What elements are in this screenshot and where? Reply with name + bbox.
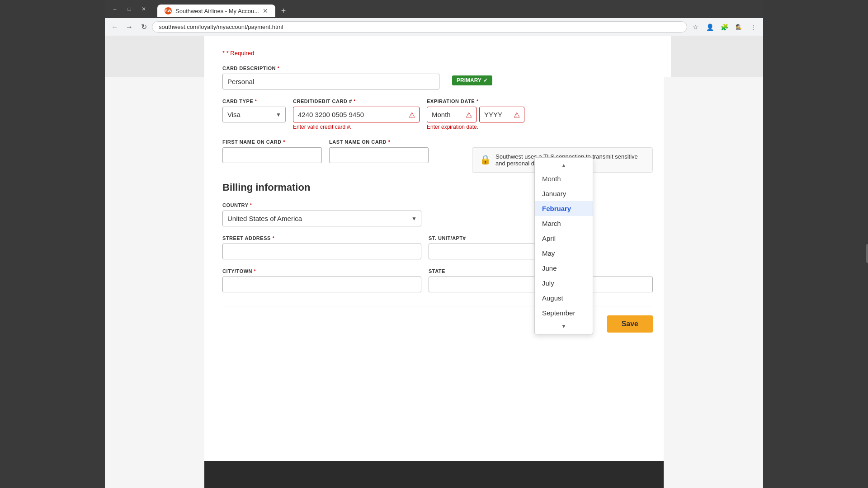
menu-icon[interactable]: ⋮ bbox=[747, 21, 760, 33]
profile-icon[interactable]: 👤 bbox=[703, 21, 716, 33]
expiry-group: EXPIRATION DATE * ⚠ ⚠ Enter expira bbox=[427, 99, 524, 130]
tab-close-button[interactable]: ✕ bbox=[263, 7, 268, 14]
expiry-error: Enter expiration date. bbox=[427, 124, 524, 130]
dropdown-item-month[interactable]: Month bbox=[535, 171, 593, 186]
card-type-select-wrapper: Visa Mastercard Amex ▼ bbox=[222, 107, 286, 122]
country-group: COUNTRY * United States of America Canad… bbox=[222, 202, 421, 226]
browser-titlebar: – □ ✕ SW Southwest Airlines - My Accou..… bbox=[105, 0, 763, 18]
dropdown-scroll-up[interactable]: ▲ bbox=[535, 160, 593, 171]
credit-card-input-wrapper: ⚠ bbox=[293, 107, 420, 122]
toolbar-icons: ☆ 👤 🧩 🕵 ⋮ bbox=[689, 21, 760, 33]
country-select-wrapper: United States of America Canada ▼ bbox=[222, 211, 421, 226]
maximize-button[interactable]: □ bbox=[123, 3, 136, 15]
checkmark-icon: ✓ bbox=[483, 77, 488, 84]
last-name-input[interactable] bbox=[329, 147, 429, 163]
tab-favicon: SW bbox=[165, 7, 172, 14]
page-area: * * Required CARD DESCRIPTION * PRIMARY … bbox=[105, 36, 763, 461]
browser-toolbar: ← → ↻ southwest.com/loyalty/myaccount/pa… bbox=[105, 18, 763, 36]
expiry-inputs: ⚠ ⚠ bbox=[427, 107, 524, 122]
required-star: * bbox=[222, 50, 225, 56]
forward-button[interactable]: → bbox=[123, 21, 136, 33]
first-name-label: FIRST NAME ON CARD * bbox=[222, 139, 322, 145]
last-name-group: LAST NAME ON CARD * bbox=[329, 139, 429, 163]
card-type-group: CARD TYPE * Visa Mastercard Amex ▼ bbox=[222, 99, 286, 122]
street-label: STREET ADDRESS * bbox=[222, 235, 421, 241]
primary-badge: PRIMARY ✓ bbox=[452, 75, 492, 85]
extensions-icon[interactable]: 🧩 bbox=[718, 21, 731, 33]
card-description-input[interactable] bbox=[222, 74, 439, 89]
active-tab[interactable]: SW Southwest Airlines - My Accou... ✕ bbox=[157, 5, 275, 17]
card-description-group: CARD DESCRIPTION * bbox=[222, 66, 439, 89]
street-address-input[interactable] bbox=[222, 244, 421, 259]
dropdown-scroll-down[interactable]: ▼ bbox=[535, 320, 593, 332]
last-name-label: LAST NAME ON CARD * bbox=[329, 139, 429, 145]
first-name-input[interactable] bbox=[222, 147, 322, 163]
dropdown-item-august[interactable]: August bbox=[535, 291, 593, 305]
new-tab-button[interactable]: + bbox=[277, 5, 290, 17]
city-group: CITY/TOWN * bbox=[222, 268, 421, 292]
credit-card-input[interactable] bbox=[293, 107, 420, 122]
left-sidebar bbox=[105, 77, 204, 488]
credit-card-error: Enter valid credit card #. bbox=[293, 124, 420, 130]
required-note: * * Required bbox=[222, 50, 653, 56]
dropdown-item-may[interactable]: May bbox=[535, 246, 593, 261]
expiry-year-wrapper: ⚠ bbox=[479, 107, 524, 122]
close-button[interactable]: ✕ bbox=[137, 3, 150, 15]
dropdown-item-february[interactable]: February bbox=[535, 201, 593, 216]
expiry-year-input[interactable] bbox=[479, 107, 524, 122]
save-button[interactable]: Save bbox=[607, 315, 653, 333]
right-sidebar bbox=[664, 77, 763, 488]
expiry-label: EXPIRATION DATE * bbox=[427, 99, 524, 104]
first-name-group: FIRST NAME ON CARD * bbox=[222, 139, 322, 163]
country-label: COUNTRY * bbox=[222, 202, 421, 208]
card-type-label: CARD TYPE * bbox=[222, 99, 286, 104]
city-label: CITY/TOWN * bbox=[222, 268, 421, 274]
credit-card-group: CREDIT/DEBIT CARD # * ⚠ Enter valid cred… bbox=[293, 99, 420, 130]
card-description-label: CARD DESCRIPTION * bbox=[222, 66, 439, 71]
minimize-button[interactable]: – bbox=[108, 3, 121, 15]
dropdown-item-september[interactable]: September bbox=[535, 305, 593, 320]
expiry-month-wrapper: ⚠ bbox=[427, 107, 476, 122]
city-input[interactable] bbox=[222, 277, 421, 292]
url-text: southwest.com/loyalty/myaccount/payment.… bbox=[159, 23, 283, 30]
dropdown-item-june[interactable]: June bbox=[535, 261, 593, 276]
bookmark-icon[interactable]: ☆ bbox=[689, 21, 702, 33]
window-controls[interactable]: – □ ✕ bbox=[108, 3, 150, 15]
street-group: STREET ADDRESS * bbox=[222, 235, 421, 259]
credit-card-label: CREDIT/DEBIT CARD # * bbox=[293, 99, 420, 104]
main-content: * * Required CARD DESCRIPTION * PRIMARY … bbox=[204, 36, 671, 461]
feedback-tab[interactable]: Feedback bbox=[866, 244, 868, 263]
incognito-icon[interactable]: 🕵 bbox=[732, 21, 745, 33]
dropdown-item-july[interactable]: July bbox=[535, 276, 593, 291]
dropdown-item-march[interactable]: March bbox=[535, 216, 593, 231]
reload-button[interactable]: ↻ bbox=[137, 21, 150, 33]
dropdown-item-april[interactable]: April bbox=[535, 231, 593, 246]
back-button[interactable]: ← bbox=[108, 21, 121, 33]
card-description-row: CARD DESCRIPTION * PRIMARY ✓ bbox=[222, 66, 653, 89]
card-type-select[interactable]: Visa Mastercard Amex bbox=[222, 107, 286, 122]
address-bar[interactable]: southwest.com/loyalty/myaccount/payment.… bbox=[152, 21, 687, 33]
tab-bar: SW Southwest Airlines - My Accou... ✕ + bbox=[154, 1, 760, 17]
dropdown-items-container: MonthJanuaryFebruaryMarchAprilMayJuneJul… bbox=[535, 171, 593, 320]
tab-title: Southwest Airlines - My Accou... bbox=[175, 8, 259, 14]
country-select[interactable]: United States of America Canada bbox=[222, 211, 421, 226]
month-dropdown[interactable]: ▲ MonthJanuaryFebruaryMarchAprilMayJuneJ… bbox=[534, 157, 593, 334]
lock-icon: 🔒 bbox=[480, 154, 491, 165]
browser-window: – □ ✕ SW Southwest Airlines - My Accou..… bbox=[105, 0, 763, 488]
card-details-row: CARD TYPE * Visa Mastercard Amex ▼ bbox=[222, 99, 653, 130]
dropdown-item-january[interactable]: January bbox=[535, 186, 593, 201]
expiry-month-input[interactable] bbox=[427, 107, 476, 122]
